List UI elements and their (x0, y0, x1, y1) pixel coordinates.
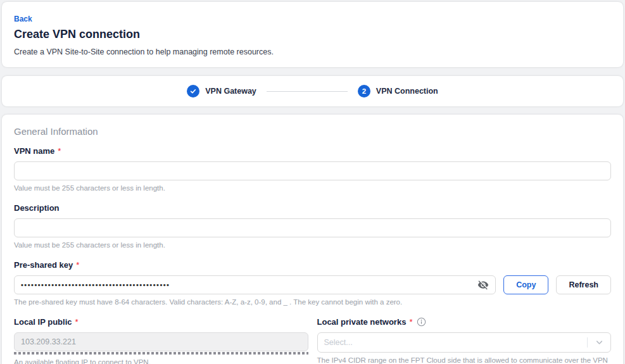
local-ip-public-helper-text: An available floating IP to connect to V… (14, 358, 308, 364)
local-private-networks-label: Local private networks* (317, 317, 612, 327)
eye-off-icon (477, 279, 489, 291)
info-circle-icon[interactable] (417, 317, 426, 327)
vpn-name-input[interactable] (14, 161, 611, 180)
pre-shared-key-field: Pre-shared key* Copy Refresh The pre-sha… (14, 260, 611, 306)
step-vpn-connection[interactable]: 2 VPN Connection (358, 85, 438, 97)
copy-button[interactable]: Copy (503, 275, 548, 294)
section-title-general-information: General Information (14, 126, 611, 137)
page-title: Create VPN connection (14, 28, 611, 41)
local-ip-public-field: Local IP public* An available floating I… (14, 317, 308, 364)
description-label: Description (14, 203, 611, 213)
step-label: VPN Gateway (205, 87, 256, 96)
required-asterisk: * (75, 317, 79, 327)
page-header-card: Back Create VPN connection Create a VPN … (2, 2, 623, 67)
description-field: Description Value must be 255 characters… (14, 203, 611, 249)
pre-shared-key-input[interactable] (14, 275, 496, 294)
step-completed-circle (187, 85, 199, 97)
check-icon (189, 87, 197, 95)
step-vpn-gateway[interactable]: VPN Gateway (187, 85, 256, 97)
vpn-name-label: VPN name* (14, 146, 611, 156)
chevron-down-icon[interactable] (595, 339, 603, 347)
local-private-networks-field: Local private networks* Select... (317, 317, 612, 364)
page-subtitle: Create a VPN Site-to-Site connection to … (14, 47, 611, 56)
required-asterisk: * (58, 146, 61, 156)
pre-shared-key-input-wrap (14, 275, 496, 294)
description-helper-text: Value must be 255 characters or less in … (14, 241, 611, 249)
vpn-name-helper-text: Value must be 255 characters or less in … (14, 184, 611, 192)
local-ip-loading-dashes (14, 352, 308, 355)
local-private-networks-helper-text: The IPv4 CIDR range on the FPT Cloud sid… (317, 356, 612, 364)
local-ip-public-input (14, 332, 308, 351)
local-ip-public-label: Local IP public* (14, 317, 308, 327)
pre-shared-key-label: Pre-shared key* (14, 260, 611, 270)
local-private-networks-select[interactable]: Select... (317, 332, 612, 353)
step-label: VPN Connection (376, 87, 438, 96)
refresh-button[interactable]: Refresh (556, 275, 611, 294)
toggle-password-visibility-button[interactable] (476, 278, 490, 292)
required-asterisk: * (76, 260, 79, 270)
select-divider (587, 337, 588, 348)
vpn-connection-form-card: General Information VPN name* Value must… (2, 115, 623, 364)
pre-shared-key-helper-text: The pre-shared key must have 8-64 charac… (14, 298, 611, 306)
description-input[interactable] (14, 218, 611, 237)
vpn-name-field: VPN name* Value must be 255 characters o… (14, 146, 611, 192)
back-link[interactable]: Back (14, 15, 32, 23)
required-asterisk: * (409, 317, 412, 327)
stepper-connector-line (267, 91, 348, 92)
wizard-stepper: VPN Gateway 2 VPN Connection (2, 76, 623, 106)
step-number-circle: 2 (358, 85, 370, 97)
select-placeholder: Select... (324, 338, 353, 347)
